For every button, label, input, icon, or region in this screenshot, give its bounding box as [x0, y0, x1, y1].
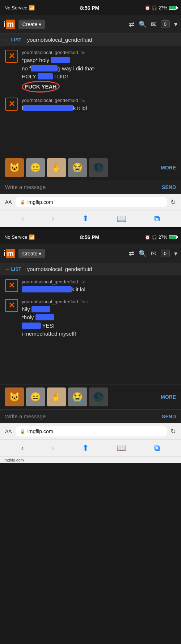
avatar-1: ✕	[5, 50, 18, 63]
browser-url-container-2[interactable]: 🔒 imgflip.com	[16, 426, 167, 436]
chevron-down-icon: ▾	[39, 21, 41, 27]
browser-nav-2: ‹ › ⬆ 📖 ⧉	[0, 439, 181, 456]
chat-header-1: ← LIST yournotsolocal_genderfluid	[0, 34, 181, 46]
avatar-2: ✕	[5, 98, 18, 111]
message-content-4: yournotsolocal_genderfluid 1min hily ███…	[22, 299, 176, 338]
meme-thumb-rage-1[interactable]: 😭	[68, 158, 87, 177]
create-button[interactable]: Create ▾	[18, 20, 45, 29]
censored-word-1: ████	[51, 57, 70, 63]
mail-icon-2[interactable]: ✉	[151, 250, 156, 258]
censored-word-3: ███	[38, 73, 53, 79]
time-label-1: 8:56 PM	[80, 5, 99, 11]
dropdown-icon-2[interactable]: ▾	[174, 250, 177, 258]
no-service-label-2: No Service	[4, 234, 28, 240]
search-icon-2[interactable]: 🔍	[139, 250, 147, 258]
status-left-2: No Service 📶	[4, 234, 35, 240]
status-right-2: ⏰ 🎧 27%	[145, 235, 177, 240]
logo-m-2: m	[6, 249, 15, 258]
browser-url-container-1[interactable]: 🔒 imgflip.com	[16, 197, 167, 207]
forward-icon-1[interactable]: ›	[52, 214, 54, 223]
message-block-2: ✕ yournotsolocal_genderfluid 1d f███████…	[5, 98, 176, 112]
message-block-1: ✕ yournotsolocal_genderfluid 3d *gasp* h…	[5, 50, 176, 93]
mail-icon[interactable]: ✉	[151, 20, 156, 28]
back-list-button[interactable]: ← LIST	[5, 37, 21, 42]
meme-thumb-jesus-1[interactable]: ✋	[47, 158, 66, 177]
send-button-2[interactable]: SEND	[162, 414, 176, 419]
message-content-1: yournotsolocal_genderfluid 3d *gasp* hol…	[22, 50, 176, 93]
bookmarks-icon-1[interactable]: 📖	[117, 214, 126, 223]
create-button-2[interactable]: Create ▾	[18, 249, 45, 258]
refresh-icon-1[interactable]: ↻	[171, 198, 176, 206]
avatar-4: ✕	[5, 299, 18, 312]
more-button-1[interactable]: MORE	[161, 165, 176, 171]
wifi-icon: 📶	[29, 5, 35, 11]
forward-icon-2[interactable]: ›	[52, 443, 54, 453]
status-right-1: ⏰ 🎧 27%	[145, 5, 177, 11]
shuffle-icon[interactable]: ⇄	[129, 20, 134, 28]
chat-area-1: ✕ yournotsolocal_genderfluid 3d *gasp* h…	[0, 46, 181, 155]
censored-word-6: ████	[31, 306, 51, 312]
x-icon: ✕	[8, 52, 15, 60]
censored-word-2: ██████	[31, 65, 58, 71]
notif-badge-2[interactable]: 0	[161, 250, 170, 257]
shuffle-icon-2[interactable]: ⇄	[129, 250, 134, 258]
message-block-3: ✕ yournotsolocal_genderfluid 1d ████████…	[5, 279, 176, 294]
send-button-1[interactable]: SEND	[162, 184, 176, 190]
meme-thumb-cat-1[interactable]: 🐱	[5, 158, 24, 177]
bookmarks-icon-2[interactable]: 📖	[117, 443, 126, 453]
message-input-1[interactable]: Write a message	[5, 184, 158, 190]
msg-text-1: *gasp* holy ████ no f██████g way i did t…	[22, 56, 176, 93]
refresh-icon-2[interactable]: ↻	[171, 427, 176, 435]
back-list-button-2[interactable]: ← LIST	[5, 266, 21, 272]
meme-thumb-dark-2[interactable]: 🌑	[89, 387, 108, 406]
msg-username-2: yournotsolocal_genderfluid	[22, 98, 78, 103]
search-icon[interactable]: 🔍	[139, 20, 147, 28]
meme-row-1: 🐱 😐 ✋ 😭 🌑 MORE	[0, 155, 181, 180]
msg-time-1: 3d	[81, 50, 85, 55]
share-icon-1[interactable]: ⬆	[82, 214, 89, 223]
meme-thumb-rage-2[interactable]: 😭	[68, 387, 87, 406]
msg-text-3: ████████████k it lol	[22, 286, 176, 294]
back-icon-2[interactable]: ‹	[21, 443, 24, 453]
censored-word-8: ████	[22, 323, 41, 329]
logo-i: i	[4, 20, 5, 29]
meme-row-2: 🐱 😐 ✋ 😭 🌑 MORE	[0, 384, 181, 409]
battery-percent-2: 27%	[159, 235, 167, 240]
meme-thumb-troll-2[interactable]: 😐	[26, 387, 45, 406]
message-content-2: yournotsolocal_genderfluid 1d f█████████…	[22, 98, 176, 112]
more-button-2[interactable]: MORE	[161, 394, 176, 400]
message-content-3: yournotsolocal_genderfluid 1d ██████████…	[22, 279, 176, 294]
share-icon-2[interactable]: ⬆	[82, 443, 89, 453]
chevron-down-icon-2: ▾	[39, 251, 41, 257]
msg-text-2: f████████████k it lol	[22, 104, 176, 112]
headphone-icon-2: 🎧	[152, 235, 157, 240]
dropdown-icon[interactable]: ▾	[174, 20, 177, 28]
meme-thumb-cat-2[interactable]: 🐱	[5, 387, 24, 406]
battery-icon	[169, 6, 177, 10]
back-icon-1[interactable]: ‹	[21, 214, 24, 223]
msg-username-3: yournotsolocal_genderfluid	[22, 279, 78, 284]
x-icon-2: ✕	[8, 100, 15, 108]
tabs-icon-2[interactable]: ⧉	[154, 443, 160, 453]
nav-icons-2: ⇄ 🔍 ✉ 0 ▾	[129, 250, 177, 258]
message-input-bar-1: Write a message SEND	[0, 180, 181, 194]
wifi-icon-2: 📶	[29, 234, 35, 240]
browser-aa-label-2[interactable]: AA	[5, 428, 12, 434]
meme-thumb-jesus-2[interactable]: ✋	[47, 387, 66, 406]
time-label-2: 8:56 PM	[80, 234, 99, 240]
browser-aa-label-1[interactable]: AA	[5, 199, 12, 205]
status-bar-2: No Service 📶 8:56 PM ⏰ 🎧 27%	[0, 229, 181, 244]
message-header-2: yournotsolocal_genderfluid 1d	[22, 98, 176, 103]
notif-badge[interactable]: 0	[161, 20, 170, 28]
tabs-icon-1[interactable]: ⧉	[154, 214, 160, 223]
logo-1: i m	[4, 20, 15, 29]
message-input-2[interactable]: Write a message	[5, 413, 158, 419]
meme-thumb-dark-1[interactable]: 🌑	[89, 158, 108, 177]
alarm-icon: ⏰	[145, 5, 150, 11]
meme-thumb-troll-1[interactable]: 😐	[26, 158, 45, 177]
no-service-label: No Service	[4, 5, 28, 11]
nav-icons-1: ⇄ 🔍 ✉ 0 ▾	[129, 20, 177, 28]
logo-m: m	[6, 20, 15, 29]
msg-username-1: yournotsolocal_genderfluid	[22, 50, 78, 55]
navbar-1: i m Create ▾ ⇄ 🔍 ✉ 0 ▾	[0, 15, 181, 34]
